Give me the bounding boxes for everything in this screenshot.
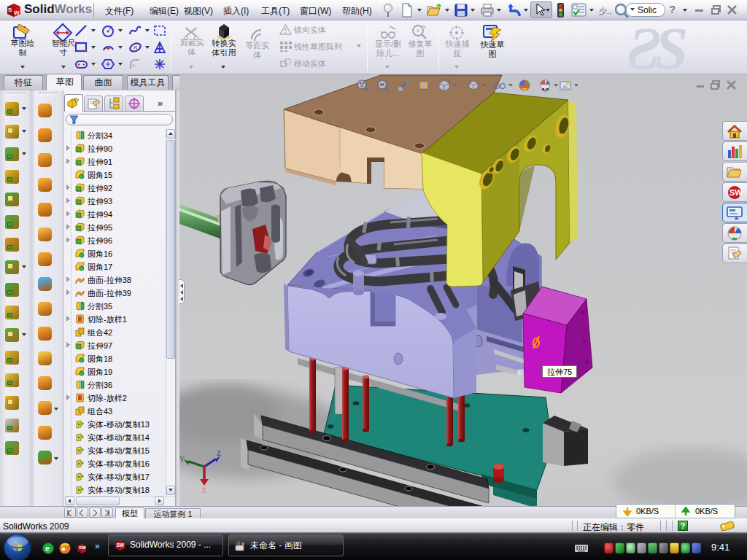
svg-text:X: X [201,486,207,494]
svg-text:Z: Z [217,449,221,457]
svg-text:W: W [14,9,20,16]
svg-text:SW: SW [117,542,125,548]
svg-text:Y: Y [179,455,185,463]
svg-text:e: e [45,544,50,553]
svg-text:SW: SW [729,188,743,197]
svg-text:SW: SW [79,545,86,550]
svg-text:S: S [8,7,12,13]
